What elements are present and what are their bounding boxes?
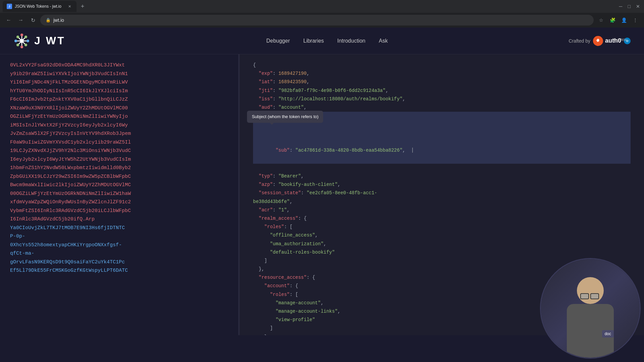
maximize-button[interactable]: □ xyxy=(628,4,631,9)
svg-point-8 xyxy=(16,36,19,38)
browser-tabs: ─ □ ✕ J JSON Web Tokens - jwt.io ✕ + xyxy=(0,0,644,13)
tooltip-container: Subject (whom the token refers to) xyxy=(253,130,276,144)
close-button[interactable]: ✕ xyxy=(636,4,640,9)
json-role-manage-account: "manage-account", xyxy=(253,300,324,306)
doc-label: doc xyxy=(602,330,614,338)
nav-introduction[interactable]: Introduction xyxy=(337,38,365,44)
webcam-overlay: doc xyxy=(540,258,641,359)
json-account-roles-close: ] xyxy=(253,325,273,331)
bookmark-button[interactable]: ☆ xyxy=(596,15,606,25)
browser-actions: ☆ 🧩 👤 ⋮ xyxy=(596,15,640,25)
json-roles-label: "roles": [ xyxy=(253,224,293,229)
svg-point-7 xyxy=(27,40,29,42)
tab-close-button[interactable]: ✕ xyxy=(66,3,72,9)
json-open-brace: { xyxy=(253,62,256,68)
svg-point-9 xyxy=(24,44,27,46)
main-nav: Debugger Libraries Introduction Ask xyxy=(85,38,568,44)
tab-favicon: J xyxy=(7,4,12,9)
svg-point-6 xyxy=(14,40,17,42)
svg-point-5 xyxy=(20,46,23,48)
crafted-by-section: Crafted by auth0 O by Okta xyxy=(568,36,631,46)
address-bar[interactable]: 🔒 jwt.io xyxy=(40,15,594,25)
active-tab[interactable]: J JSON Web Tokens - jwt.io ✕ xyxy=(3,1,77,12)
jwt-token-panel: 0VL2xVY2FsaG92dD0xODA4MC9hdXR0L3JIYWxt y… xyxy=(0,54,238,335)
crafted-by-label: Crafted by xyxy=(568,38,590,44)
tab-title: JSON Web Tokens - jwt.io xyxy=(15,4,61,9)
glass-frame-right xyxy=(590,293,599,299)
extension-button[interactable]: 🧩 xyxy=(608,15,617,25)
json-resource-access-line: "resource_access": { xyxy=(253,275,315,280)
json-role-view-profile: "view-profile" xyxy=(253,317,315,322)
person-head xyxy=(577,277,604,304)
person-silhouette: doc xyxy=(557,270,624,358)
logo-container: J WT xyxy=(13,33,65,49)
json-session-state-cont: be38dd43b6fe", xyxy=(253,199,293,204)
json-jti-line: "jti": "982bfa07-f79c-4e98-b0f6-6dd2c912… xyxy=(253,88,388,93)
tooltip: Subject (whom the token refers to) xyxy=(247,111,323,122)
json-role-default: "default-roles-bookify" xyxy=(253,250,335,255)
json-sub-line: Subject (whom the token refers to) "sub"… xyxy=(253,112,631,164)
json-role-uma: "uma_authorization", xyxy=(253,241,326,247)
json-role-offline: "offline_access", xyxy=(253,232,318,238)
json-realm-close: }, xyxy=(253,266,264,272)
logo-text: J WT xyxy=(34,35,65,47)
new-tab-button[interactable]: + xyxy=(78,2,87,11)
jwt-logo-icon xyxy=(13,33,30,49)
browser-chrome: ─ □ ✕ J JSON Web Tokens - jwt.io ✕ + ← →… xyxy=(0,0,644,28)
lock-icon: 🔒 xyxy=(46,18,51,22)
okta-label: by Okta xyxy=(614,38,627,42)
json-iat-line: "iat": 1689423590, xyxy=(253,79,309,85)
svg-point-11 xyxy=(16,44,19,46)
menu-button[interactable]: ⋮ xyxy=(631,15,640,25)
json-azp-line: "azp": "bookify-auth-client", xyxy=(253,182,340,187)
browser-controls: ← → ↻ 🔒 jwt.io ☆ 🧩 👤 ⋮ xyxy=(0,13,644,28)
json-realm-access-line: "realm_access": { xyxy=(253,216,307,221)
nav-libraries[interactable]: Libraries xyxy=(303,38,324,44)
glass-frame-left xyxy=(580,293,589,299)
json-session-state-line: "session_state": "ee2cfa05-8ee0-48fb-acc… xyxy=(253,190,377,196)
auth0-icon xyxy=(593,36,603,46)
jwt-part1: 0VL2xVY2FsaG92dD0xODA4MC9hdXR0L3JIYWxt y… xyxy=(10,62,131,222)
svg-point-10 xyxy=(24,36,27,38)
svg-point-4 xyxy=(20,34,23,36)
json-account-line: "account": { xyxy=(253,283,298,289)
back-button[interactable]: ← xyxy=(4,15,13,25)
nav-debugger[interactable]: Debugger xyxy=(266,38,290,44)
json-exp-line: "exp": 1689427190, xyxy=(253,71,309,76)
person-glasses xyxy=(580,293,600,299)
address-text: jwt.io xyxy=(53,17,64,23)
json-roles-close: ] xyxy=(253,258,267,263)
json-role-manage-links: "manage-account-links", xyxy=(253,309,340,314)
profile-button[interactable]: 👤 xyxy=(619,15,629,25)
nav-ask[interactable]: Ask xyxy=(379,38,388,44)
reload-button[interactable]: ↻ xyxy=(28,15,38,25)
json-account-roles-label: "roles": [ xyxy=(253,292,298,297)
minimize-button[interactable]: ─ xyxy=(619,4,623,9)
forward-button[interactable]: → xyxy=(16,15,26,25)
jwt-token-display: 0VL2xVY2FsaG92dD0xODA4MC9hdXR0L3JIYWxt y… xyxy=(10,61,228,275)
json-acr-line: "acr": "1", xyxy=(253,207,290,213)
app-header: J WT Debugger Libraries Introduction Ask… xyxy=(0,28,644,54)
jwt-part2-start: Ya0CIoUvjZkL7TKJ7tMOB7E9NI3Hs6fjIDTNTC P… xyxy=(10,225,128,274)
json-aud-line: "aud": "account", xyxy=(253,105,307,110)
webcam-person: doc xyxy=(541,259,640,358)
json-account-close: } xyxy=(253,334,267,335)
json-typ-line: "typ": "Bearer", xyxy=(253,173,304,179)
json-iss-line: "iss": "http://localhost:18080/auth/real… xyxy=(253,96,405,102)
svg-point-12 xyxy=(20,39,24,43)
